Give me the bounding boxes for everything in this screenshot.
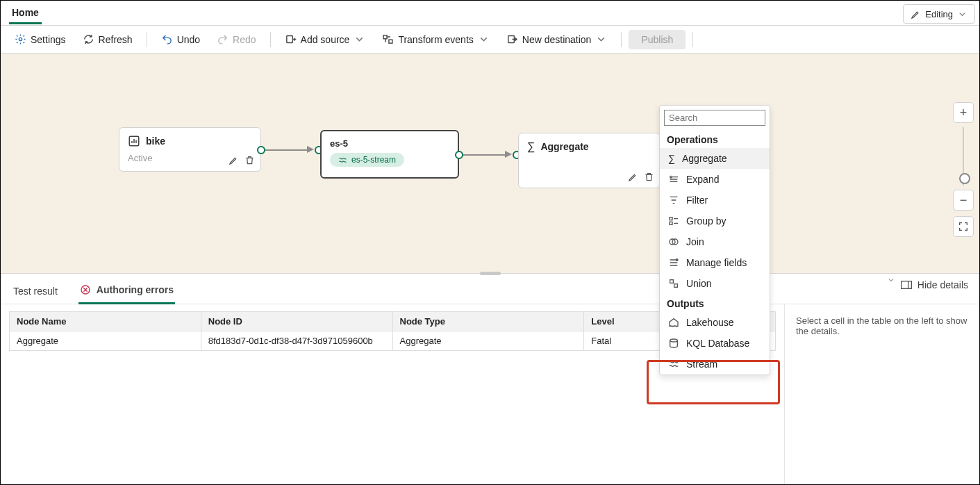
- connector: [463, 154, 505, 156]
- node-stream[interactable]: es-5 es-5-stream: [320, 130, 459, 179]
- toolbar: Settings Refresh Undo Redo Add source Tr…: [1, 26, 979, 54]
- bottom-panel: Test result Authoring errors Hide detail…: [1, 273, 979, 484]
- port-out[interactable]: [455, 151, 463, 159]
- settings-label: Settings: [31, 34, 66, 45]
- operations-popup: Operations ∑ Aggregate Expand Filter Gro…: [659, 105, 770, 375]
- zoom-controls: + −: [953, 102, 974, 237]
- popup-item-label: Aggregate: [682, 153, 727, 164]
- add-source-label: Add source: [301, 34, 350, 45]
- chevron-down-icon: [595, 33, 607, 45]
- pencil-icon[interactable]: [229, 155, 239, 165]
- svg-rect-1: [286, 36, 292, 43]
- popup-item-label: Stream: [686, 359, 717, 370]
- col-node-type[interactable]: Node Type: [392, 312, 584, 331]
- toolbar-separator: [692, 32, 693, 47]
- popup-item-label: Join: [686, 236, 704, 247]
- svg-rect-3: [389, 40, 392, 43]
- editing-mode-button[interactable]: Editing: [903, 4, 975, 24]
- chart-icon: [128, 135, 140, 147]
- new-destination-label: New destination: [522, 34, 592, 45]
- toolbar-separator: [270, 32, 271, 47]
- popup-item-join[interactable]: Join: [660, 231, 770, 252]
- popup-item-filter[interactable]: Filter: [660, 190, 770, 211]
- svg-rect-2: [384, 35, 388, 39]
- svg-rect-10: [670, 222, 672, 224]
- node-source-title: bike: [146, 135, 165, 147]
- hide-details-button[interactable]: Hide details: [887, 279, 968, 290]
- panel-icon: [901, 281, 912, 289]
- stream-pill-label: es-5-stream: [351, 155, 396, 165]
- trash-icon[interactable]: [244, 155, 255, 165]
- redo-label: Redo: [233, 34, 256, 45]
- node-source[interactable]: bike Active: [119, 127, 261, 172]
- refresh-label: Refresh: [99, 34, 133, 45]
- pencil-icon[interactable]: [628, 172, 638, 182]
- join-icon: [668, 236, 679, 247]
- popup-item-label: Group by: [686, 215, 726, 227]
- zoom-in-button[interactable]: +: [953, 102, 974, 123]
- bottom-tabs: Test result Authoring errors: [1, 274, 979, 304]
- sigma-icon: ∑: [527, 140, 535, 153]
- tab-authoring-errors-label: Authoring errors: [97, 284, 174, 295]
- node-aggregate[interactable]: ∑ Aggregate: [518, 133, 661, 188]
- cell-name[interactable]: Aggregate: [10, 331, 201, 351]
- popup-item-aggregate[interactable]: ∑ Aggregate: [660, 148, 770, 169]
- popup-item-label: Filter: [686, 195, 708, 206]
- popup-item-label: KQL Database: [686, 338, 749, 349]
- zoom-slider[interactable]: [963, 127, 964, 186]
- stream-icon: [338, 156, 347, 165]
- tab-test-result[interactable]: Test result: [12, 281, 59, 304]
- popup-item-managefields[interactable]: Manage fields: [660, 252, 770, 273]
- cell-id[interactable]: 8fd183d7-0d1c-df38-d47f-3d971059600b: [201, 331, 392, 351]
- chevron-down-icon: [478, 33, 490, 45]
- search-input[interactable]: [664, 110, 765, 126]
- popup-item-kqldb[interactable]: KQL Database: [660, 333, 770, 354]
- popup-item-stream[interactable]: Stream: [660, 354, 770, 375]
- expand-icon: [668, 174, 679, 185]
- popup-item-union[interactable]: Union: [660, 273, 770, 294]
- arrow-icon: [505, 151, 512, 158]
- svg-point-0: [19, 38, 22, 40]
- gear-icon: [15, 33, 26, 45]
- chevron-down-icon: [887, 276, 895, 284]
- popup-item-label: Expand: [686, 174, 719, 185]
- popup-item-expand[interactable]: Expand: [660, 169, 770, 190]
- group-outputs: Outputs: [660, 294, 770, 312]
- node-aggregate-title: Aggregate: [540, 141, 588, 152]
- tab-home[interactable]: Home: [9, 1, 42, 24]
- col-node-id[interactable]: Node ID: [201, 312, 392, 331]
- database-icon: [668, 338, 679, 349]
- undo-button[interactable]: Undo: [154, 31, 207, 48]
- transform-events-button[interactable]: Transform events: [375, 31, 496, 48]
- popup-item-groupby[interactable]: Group by: [660, 211, 770, 231]
- svg-rect-15: [674, 284, 678, 288]
- group-icon: [668, 215, 679, 227]
- resize-handle[interactable]: [480, 272, 501, 275]
- new-destination-button[interactable]: New destination: [499, 31, 615, 48]
- refresh-button[interactable]: Refresh: [76, 31, 140, 48]
- fit-screen-button[interactable]: [953, 216, 974, 237]
- popup-item-label: Union: [686, 278, 712, 289]
- pencil-icon: [911, 9, 921, 19]
- settings-button[interactable]: Settings: [8, 31, 73, 48]
- add-source-button[interactable]: Add source: [278, 31, 373, 48]
- refresh-icon: [83, 33, 94, 45]
- tab-authoring-errors[interactable]: Authoring errors: [78, 280, 175, 304]
- canvas[interactable]: bike Active es-5 es-5-stream ∑ Aggregate: [1, 54, 979, 273]
- col-node-name[interactable]: Node Name: [10, 312, 201, 331]
- lakehouse-icon: [668, 317, 679, 328]
- toolbar-separator: [621, 32, 622, 47]
- svg-point-8: [670, 176, 672, 178]
- port-out[interactable]: [257, 146, 265, 154]
- fit-icon: [958, 221, 969, 232]
- connector: [265, 149, 307, 151]
- detail-side-message: Select a cell in the table on the left t…: [785, 304, 979, 484]
- publish-button: Publish: [629, 30, 686, 49]
- stream-pill[interactable]: es-5-stream: [330, 153, 404, 167]
- cell-type[interactable]: Aggregate: [392, 331, 584, 351]
- node-stream-title: es-5: [330, 138, 348, 149]
- trash-icon[interactable]: [644, 172, 654, 182]
- popup-item-lakehouse[interactable]: Lakehouse: [660, 312, 770, 333]
- zoom-out-button[interactable]: −: [953, 190, 974, 211]
- filter-icon: [668, 195, 679, 206]
